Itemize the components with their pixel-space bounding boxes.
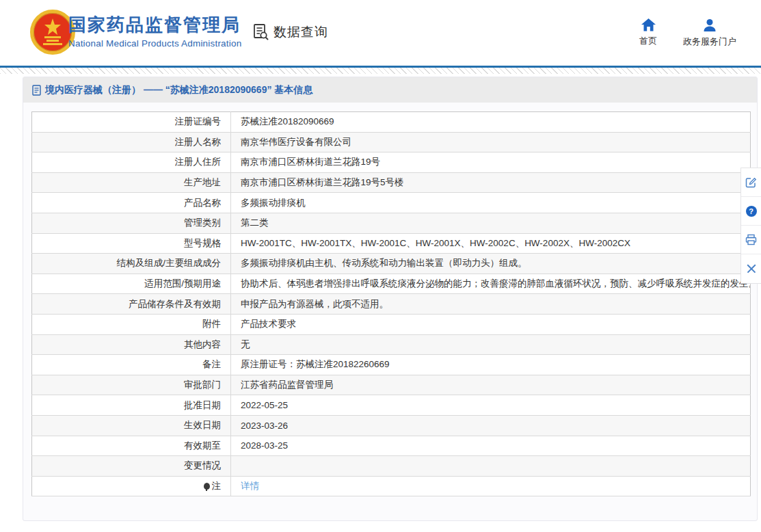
row-value: 多频振动排痰机 (231, 193, 751, 213)
nav-gov-portal-label: 政务服务门户 (683, 36, 736, 48)
table-row: 型号规格HW-2001TC、HW-2001TX、HW-2001C、HW-2001… (32, 233, 751, 254)
breadcrumb: 境内医疗器械（注册） —— “苏械注准20182090669” 基本信息 (23, 77, 757, 103)
row-value: 江苏省药品监督管理局 (231, 375, 751, 395)
info-table-body: 注册证编号苏械注准20182090669注册人名称南京华伟医疗设备有限公司注册人… (32, 112, 751, 496)
side-toolbar (740, 168, 761, 284)
row-value: HW-2001TC、HW-2001TX、HW-2001C、HW-2001X、HW… (231, 233, 751, 254)
row-value: 详情 (231, 476, 751, 496)
table-row: 备注原注册证号：苏械注准20182260669 (32, 355, 751, 375)
edit-button[interactable] (741, 168, 761, 197)
close-button[interactable] (741, 254, 761, 283)
nav-home[interactable]: 首页 (639, 18, 657, 48)
registration-info-table: 注册证编号苏械注准20182090669注册人名称南京华伟医疗设备有限公司注册人… (31, 111, 751, 496)
help-icon (746, 206, 757, 217)
row-value: 第二类 (231, 213, 751, 233)
table-row: 注册证编号苏械注准20182090669 (32, 112, 751, 133)
row-label: 型号规格 (32, 233, 231, 254)
nav-home-label: 首页 (639, 35, 657, 47)
table-row: 变更情况 (32, 456, 751, 477)
breadcrumb-text: 境内医疗器械（注册） —— “苏械注准20182090669” 基本信息 (45, 84, 312, 96)
row-label: 附件 (32, 314, 231, 334)
table-row: 其他内容无 (32, 334, 751, 355)
header-hatch-band (0, 68, 761, 74)
table-row: 注册人名称南京华伟医疗设备有限公司 (32, 132, 751, 152)
table-row: 产品名称多频振动排痰机 (32, 193, 751, 213)
doc-search-icon (252, 23, 270, 41)
row-label: 备注 (32, 355, 231, 375)
table-row: 生效日期2023-03-26 (32, 415, 751, 436)
row-value: 原注册证号：苏械注准20182260669 (231, 355, 751, 375)
row-value: 协助术后、体弱患者增强排出呼吸系统痰液分泌物的能力；改善瘀滞的肺部血液循环状况，… (231, 274, 751, 294)
edit-icon (745, 176, 757, 188)
row-value: 多频振动排痰机由主机、传动系统和动力输出装置（即动力头）组成。 (231, 254, 751, 274)
org-title-block: 国家药品监督管理局 National Medical Products Admi… (68, 14, 241, 49)
row-value: 申报产品为有源器械，此项不适用。 (231, 294, 751, 315)
row-value: 产品技术要求 (231, 314, 751, 334)
table-row: 产品储存条件及有效期申报产品为有源器械，此项不适用。 (32, 294, 751, 315)
table-row: 注册人住所南京市浦口区桥林街道兰花路19号 (32, 152, 751, 173)
row-label: 注 (32, 476, 231, 496)
row-label: 其他内容 (32, 334, 231, 355)
row-value: 2023-03-26 (231, 415, 751, 436)
table-row: 管理类别第二类 (32, 213, 751, 233)
close-icon (747, 264, 756, 274)
table-row: 有效期至2028-03-25 (32, 436, 751, 456)
data-query-section: 数据查询 (252, 23, 328, 41)
row-value: 南京市浦口区桥林街道兰花路19号 (231, 152, 751, 173)
row-label: 变更情况 (32, 456, 231, 477)
top-navigation: 首页 政务服务门户 (639, 18, 736, 48)
row-label: 审批部门 (32, 375, 231, 395)
row-label: 注册人名称 (32, 132, 231, 152)
row-label: 产品名称 (32, 193, 231, 213)
row-value: 南京市浦口区桥林街道兰花路19号5号楼 (231, 172, 751, 193)
org-name-en: National Medical Products Administration (68, 38, 241, 49)
row-label: 生效日期 (32, 415, 231, 436)
table-row: 适用范围/预期用途协助术后、体弱患者增强排出呼吸系统痰液分泌物的能力；改善瘀滞的… (32, 274, 751, 294)
print-button[interactable] (741, 226, 761, 254)
row-label: 产品储存条件及有效期 (32, 294, 231, 315)
detail-link[interactable]: 详情 (241, 481, 259, 491)
emblem-star-icon (34, 13, 72, 51)
row-label: 有效期至 (32, 436, 231, 456)
row-value: 2022-05-25 (231, 395, 751, 416)
page-header: 国家药品监督管理局 National Medical Products Admi… (0, 0, 761, 66)
table-row: 批准日期2022-05-25 (32, 395, 751, 416)
row-label: 批准日期 (32, 395, 231, 416)
row-label: 结构及组成/主要组成成分 (32, 254, 231, 274)
table-row: 结构及组成/主要组成成分多频振动排痰机由主机、传动系统和动力输出装置（即动力头）… (32, 254, 751, 274)
user-icon (703, 18, 717, 32)
row-value (231, 456, 751, 477)
org-name-cn: 国家药品监督管理局 (68, 14, 241, 35)
row-value: 无 (231, 334, 751, 355)
data-query-label: 数据查询 (273, 23, 328, 41)
help-button[interactable] (741, 197, 761, 226)
row-label: 注册人住所 (32, 152, 231, 173)
content-card: 境内医疗器械（注册） —— “苏械注准20182090669” 基本信息 注册证… (23, 77, 758, 521)
row-value: 2028-03-25 (231, 436, 751, 456)
row-label: 管理类别 (32, 213, 231, 233)
row-label: 适用范围/预期用途 (32, 274, 231, 294)
home-icon (641, 18, 656, 31)
table-row: 注详情 (32, 476, 751, 496)
row-value: 苏械注准20182090669 (231, 112, 751, 133)
nav-gov-portal[interactable]: 政务服务门户 (683, 18, 736, 48)
table-row: 生产地址南京市浦口区桥林街道兰花路19号5号楼 (32, 172, 751, 193)
row-label: 生产地址 (32, 172, 231, 193)
row-value: 南京华伟医疗设备有限公司 (231, 132, 751, 152)
table-row: 附件产品技术要求 (32, 314, 751, 334)
balloon-icon (204, 483, 210, 490)
print-icon (745, 234, 757, 245)
document-icon (31, 85, 42, 96)
table-row: 审批部门江苏省药品监督管理局 (32, 375, 751, 395)
row-label: 注册证编号 (32, 112, 231, 133)
